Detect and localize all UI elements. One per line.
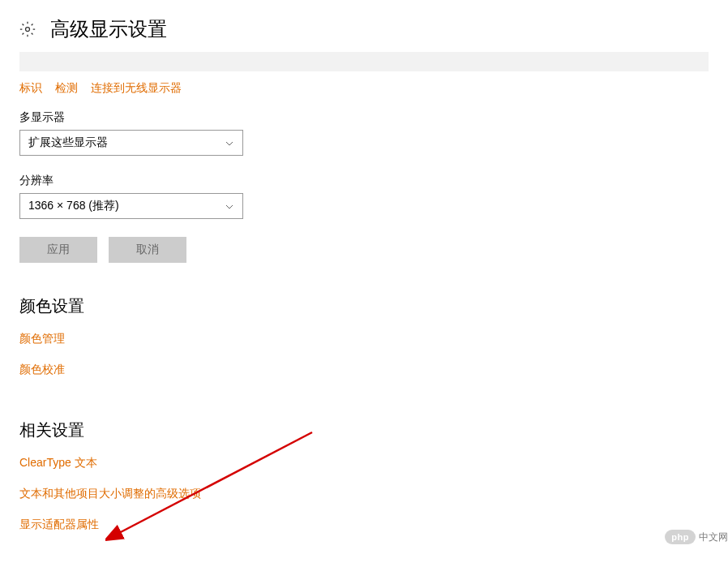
apply-button[interactable]: 应用 — [19, 237, 97, 263]
display-preview-bar — [19, 52, 709, 71]
watermark-text: 中文网 — [699, 530, 728, 544]
page-header: 高级显示设置 — [0, 0, 728, 52]
chevron-down-icon — [225, 138, 234, 148]
resolution-select[interactable]: 1366 × 768 (推荐) — [19, 193, 243, 219]
color-calibration-link[interactable]: 颜色校准 — [0, 363, 728, 377]
advanced-sizing-link[interactable]: 文本和其他项目大小调整的高级选项 — [0, 487, 728, 501]
multi-display-select[interactable]: 扩展这些显示器 — [19, 130, 243, 156]
adapter-properties-link[interactable]: 显示适配器属性 — [0, 518, 728, 532]
color-management-link[interactable]: 颜色管理 — [0, 332, 728, 346]
svg-point-0 — [26, 28, 30, 32]
multi-display-value: 扩展这些显示器 — [28, 135, 108, 150]
php-badge: php — [665, 530, 696, 544]
gear-icon — [19, 21, 36, 37]
watermark: php 中文网 — [665, 530, 728, 544]
resolution-section: 分辨率 1366 × 768 (推荐) — [0, 174, 728, 219]
related-settings-heading: 相关设置 — [0, 419, 728, 441]
color-settings-heading: 颜色设置 — [0, 295, 728, 317]
identify-link[interactable]: 标识 — [19, 81, 42, 96]
page-title: 高级显示设置 — [50, 16, 167, 42]
cancel-button[interactable]: 取消 — [109, 237, 186, 263]
connect-wireless-link[interactable]: 连接到无线显示器 — [91, 81, 182, 96]
cleartype-link[interactable]: ClearType 文本 — [0, 456, 728, 470]
resolution-label: 分辨率 — [19, 174, 709, 188]
action-buttons: 应用 取消 — [0, 237, 728, 263]
display-action-links: 标识 检测 连接到无线显示器 — [0, 78, 728, 110]
chevron-down-icon — [225, 201, 234, 211]
multi-display-label: 多显示器 — [19, 110, 709, 125]
resolution-value: 1366 × 768 (推荐) — [28, 199, 119, 213]
detect-link[interactable]: 检测 — [55, 81, 78, 96]
multi-display-section: 多显示器 扩展这些显示器 — [0, 110, 728, 156]
